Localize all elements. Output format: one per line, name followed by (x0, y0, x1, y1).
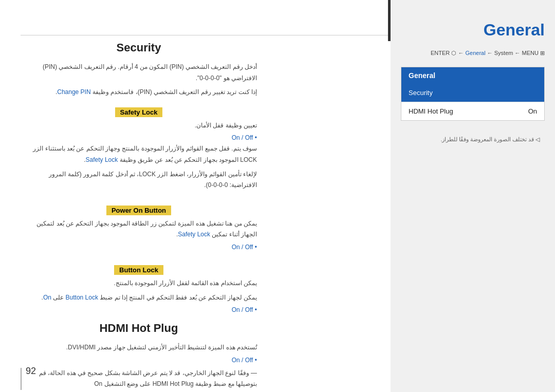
hdmi-note: — وفقًا لنوع الجهاز الخارجي، قد لا يتم ع… (21, 368, 257, 390)
button-lock-on: On (43, 294, 51, 301)
safety-lock-desc2: سوف يتم. قفل جميع القوائم والأزرار الموج… (21, 143, 257, 165)
general-title: General (401, 21, 545, 40)
breadcrumb-menu: MENU (522, 50, 539, 56)
left-content: Security أدخل رقم التعريف الشخصي (PIN) ا… (21, 41, 257, 361)
power-on-onoff: On / Off (21, 244, 257, 251)
menu-item-hdmi-value: On (528, 107, 537, 115)
safety-lock-section: Safety Lock تعيين وظيفة قفل الأمان. On /… (21, 101, 257, 191)
breadcrumb-arrow2: ← (487, 50, 493, 56)
section-title-security: Security (21, 41, 257, 54)
hdmi-onoff: On / Off (21, 357, 257, 364)
button-lock-section: Button Lock يمكن استخدام هذه القائمة لقف… (21, 259, 257, 313)
safety-lock-label: Safety Lock (115, 107, 163, 117)
menu-item-hdmi[interactable]: HDMI Hot Plug On (401, 102, 544, 120)
page-number: 92 (26, 366, 36, 377)
intro-paragraph: أدخل رقم التعريف الشخصي (PIN) المكون من … (21, 62, 257, 84)
breadcrumb-system: System (494, 50, 513, 56)
safety-lock-link: Safety Lock (86, 156, 118, 163)
menu-item-security[interactable]: Security (401, 84, 544, 102)
change-pin-link: Change PIN (57, 88, 90, 96)
button-lock-label: Button Lock (114, 265, 163, 275)
breadcrumb-icon1: ⬡ (451, 50, 458, 56)
breadcrumb-general: General (465, 50, 485, 56)
intro-text2: إذا كنت تريد تغيير رقم التعريف الشخصي (P… (92, 88, 257, 96)
menu-item-security-label: Security (409, 89, 433, 97)
power-on-link: Safety Lock (178, 231, 210, 238)
hdmi-desc: تُستخدم هذه الميزة لتنشيط التأخير الأزمن… (21, 342, 257, 353)
hdmi-title: HDMI Hot Plug (21, 322, 257, 335)
power-on-desc: يمكن من هنا تشغيل هذه الميزة لتمكين زر ا… (21, 218, 257, 240)
button-lock-desc1: يمكن استخدام هذه القائمة لقفل الأزرار ال… (21, 278, 257, 289)
breadcrumb-enter: ENTER (431, 50, 450, 56)
right-panel: General ENTER ⬡ ← General ← System ← MEN… (391, 0, 555, 392)
panel-note: قد تختلف الصورة المعروضة وفقًا للطراز. (401, 136, 545, 142)
intro-text1: أدخل رقم التعريف الشخصي (PIN) المكون من … (43, 63, 257, 82)
breadcrumb-arrow3: ← (514, 50, 522, 56)
power-on-section: Power On Button يمكن من هنا تشغيل هذه ال… (21, 199, 257, 251)
breadcrumb: ENTER ⬡ ← General ← System ← MENU ⊞ (401, 50, 545, 57)
safety-lock-onoff1: On / Off (21, 134, 257, 141)
hdmi-section: HDMI Hot Plug تُستخدم هذه الميزة لتنشيط … (21, 322, 257, 390)
power-on-label: Power On Button (106, 206, 171, 215)
intro-paragraph2: إذا كنت تريد تغيير رقم التعريف الشخصي (P… (21, 87, 257, 98)
menu-item-hdmi-label: HDMI Hot Plug (409, 107, 453, 115)
button-lock-desc2: يمكن لجهاز التحكم عن بُعد فقط التحكم في … (21, 292, 257, 304)
safety-lock-desc1: تعيين وظيفة قفل الأمان. (21, 120, 257, 132)
safety-lock-desc3: لإلغاء تأمين القوائم والأزرار، اضغط الزر… (21, 169, 257, 191)
breadcrumb-menu-icon: ⊞ (540, 50, 545, 56)
button-lock-link: Button Lock (66, 294, 98, 301)
breadcrumb-arrow1: ← (458, 50, 464, 56)
menu-header: General (401, 67, 544, 84)
menu-box: General Security HDMI Hot Plug On (401, 67, 545, 121)
button-lock-onoff: On / Off (21, 306, 257, 313)
